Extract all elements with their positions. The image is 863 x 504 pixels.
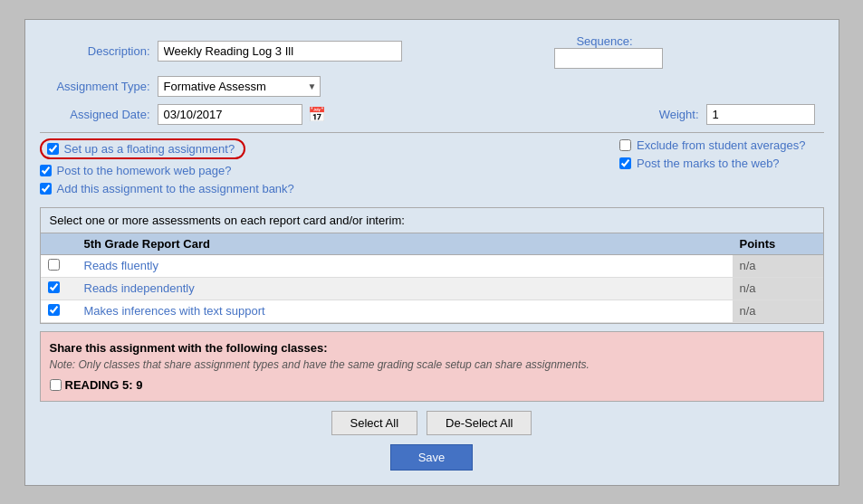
description-row: Description: Sequence: <box>40 34 824 69</box>
col-points-header: Points <box>733 233 823 255</box>
divider-1 <box>40 132 824 133</box>
select-all-button[interactable]: Select All <box>331 411 417 435</box>
share-title: Share this assignment with the following… <box>50 341 814 355</box>
exclude-averages-row: Exclude from student averages? <box>619 138 805 152</box>
save-button[interactable]: Save <box>390 444 474 471</box>
floating-label: Set up as a floating assignment? <box>64 142 235 156</box>
add-bank-checkbox[interactable] <box>40 183 52 195</box>
row2-link[interactable]: Reads independently <box>84 281 195 295</box>
share-class-checkbox[interactable] <box>50 379 62 391</box>
row1-label: Reads fluently <box>77 254 733 277</box>
description-label: Description: <box>40 44 158 58</box>
row3-label: Makes inferences with text support <box>77 300 733 322</box>
post-marks-label: Post the marks to the web? <box>637 157 780 170</box>
assigned-date-row: Assigned Date: 📅 Weight: <box>40 104 824 125</box>
calendar-icon[interactable]: 📅 <box>308 106 326 123</box>
assessments-header: Select one or more assessments on each r… <box>41 208 823 233</box>
post-marks-row: Post the marks to the web? <box>619 157 805 170</box>
post-homework-row: Post to the homework web page? <box>40 164 620 177</box>
row2-checkbox-cell <box>41 277 77 300</box>
assessments-section: Select one or more assessments on each r… <box>40 207 824 324</box>
add-bank-label: Add this assignment to the assignment ba… <box>57 182 294 195</box>
col-assessment-header: 5th Grade Report Card <box>77 233 733 255</box>
table-row: Reads fluently n/a <box>41 254 823 277</box>
row2-points: n/a <box>733 277 823 300</box>
row1-checkbox-cell <box>41 254 77 277</box>
description-input[interactable] <box>158 41 402 62</box>
floating-row: Set up as a floating assignment? <box>40 138 620 159</box>
row3-points: n/a <box>733 300 823 322</box>
weight-input[interactable] <box>706 104 815 125</box>
row1-checkbox[interactable] <box>48 259 60 271</box>
assignment-type-label: Assignment Type: <box>40 80 158 93</box>
share-class-label: READING 5: 9 <box>65 378 143 392</box>
col-name-header <box>41 233 77 255</box>
deselect-all-button[interactable]: De-Select All <box>427 411 532 435</box>
floating-wrapper: Set up as a floating assignment? <box>40 138 246 159</box>
row2-checkbox[interactable] <box>48 281 60 293</box>
share-class-row: READING 5: 9 <box>50 378 814 392</box>
save-row: Save <box>40 444 824 471</box>
table-row: Reads independently n/a <box>41 277 823 300</box>
assignment-dialog: Description: Sequence: Assignment Type: … <box>24 19 839 486</box>
row3-link[interactable]: Makes inferences with text support <box>84 304 265 318</box>
post-homework-checkbox[interactable] <box>40 165 52 176</box>
table-row: Makes inferences with text support n/a <box>41 300 823 322</box>
assessments-table: 5th Grade Report Card Points Reads fluen… <box>41 233 823 323</box>
row1-points: n/a <box>733 254 823 277</box>
row1-link[interactable]: Reads fluently <box>84 259 158 272</box>
floating-checkbox[interactable] <box>47 143 59 155</box>
add-bank-row: Add this assignment to the assignment ba… <box>40 182 620 195</box>
assigned-date-label: Assigned Date: <box>40 108 158 121</box>
right-checkboxes: Exclude from student averages? Post the … <box>619 138 823 200</box>
assignment-type-row: Assignment Type: Formative Assessm Summa… <box>40 76 824 97</box>
left-checkboxes: Set up as a floating assignment? Post to… <box>40 138 620 200</box>
sequence-input[interactable] <box>554 48 663 69</box>
sequence-label: Sequence: <box>576 34 639 48</box>
weight-label: Weight: <box>659 108 706 121</box>
buttons-row: Select All De-Select All <box>40 411 824 435</box>
checkboxes-section: Set up as a floating assignment? Post to… <box>40 138 824 200</box>
exclude-averages-checkbox[interactable] <box>619 139 631 151</box>
assigned-date-input[interactable] <box>158 104 302 125</box>
share-section: Share this assignment with the following… <box>40 331 824 402</box>
post-homework-label: Post to the homework web page? <box>57 164 232 177</box>
exclude-averages-label: Exclude from student averages? <box>637 138 805 152</box>
share-note: Note: Only classes that share assignment… <box>50 358 814 371</box>
assignment-type-select-wrapper: Formative Assessm Summative Assessment H… <box>158 76 321 97</box>
assignment-type-select[interactable]: Formative Assessm Summative Assessment H… <box>158 76 321 97</box>
row3-checkbox-cell <box>41 300 77 322</box>
row2-label: Reads independently <box>77 277 733 300</box>
row3-checkbox[interactable] <box>48 304 60 316</box>
post-marks-checkbox[interactable] <box>619 157 631 169</box>
